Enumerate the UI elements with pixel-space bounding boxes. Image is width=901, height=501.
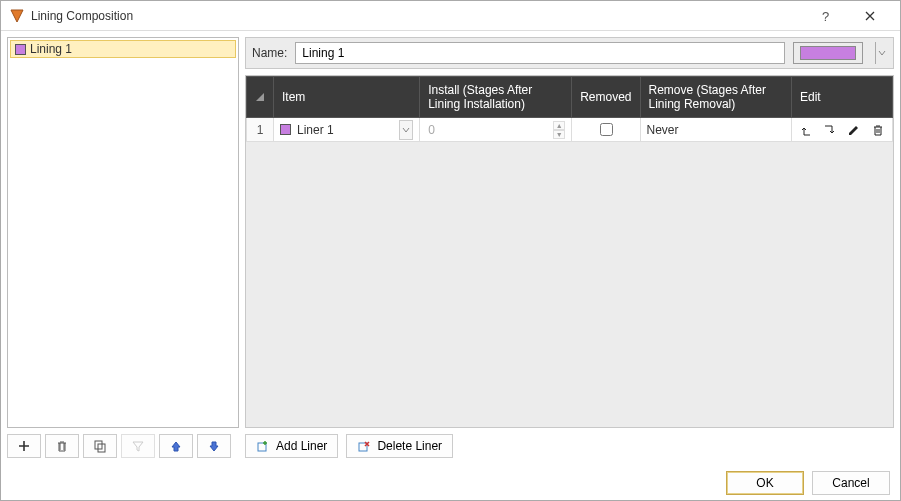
sidebar-toolbar	[7, 434, 239, 458]
cell-remove[interactable]: Never	[640, 118, 791, 142]
svg-text:?: ?	[822, 9, 829, 23]
spin-down-icon[interactable]: ▼	[553, 130, 565, 139]
grid-empty-area	[246, 142, 893, 427]
install-value-input[interactable]	[426, 120, 553, 140]
name-row: Name:	[245, 37, 894, 69]
help-button[interactable]: ?	[804, 1, 848, 31]
add-lining-button[interactable]	[7, 434, 41, 458]
delete-liner-button[interactable]: Delete Liner	[346, 434, 453, 458]
color-chip	[800, 46, 856, 60]
window-title: Lining Composition	[31, 9, 133, 23]
plus-icon	[17, 439, 31, 453]
liner-row[interactable]: 1 Liner 1	[247, 118, 893, 142]
lining-list-item[interactable]: Lining 1	[10, 40, 236, 58]
add-liner-icon	[256, 439, 270, 453]
chevron-down-icon	[402, 126, 410, 134]
install-spinner[interactable]: ▲ ▼	[553, 121, 565, 139]
pencil-icon	[847, 123, 861, 137]
grid-corner[interactable]	[247, 77, 274, 118]
insert-above-icon	[799, 123, 813, 137]
trash-icon	[871, 123, 885, 137]
liner-dropdown[interactable]	[399, 120, 413, 140]
liner-grid: Item Install (Stages After Lining Instal…	[246, 76, 893, 142]
remove-value-label: Never	[647, 123, 679, 137]
ok-button[interactable]: OK	[726, 471, 804, 495]
add-liner-label: Add Liner	[276, 439, 327, 453]
cancel-button-label: Cancel	[832, 476, 869, 490]
color-picker-dropdown[interactable]	[875, 42, 887, 64]
dialog-body: Lining 1	[1, 31, 900, 464]
cell-item[interactable]: Liner 1	[274, 118, 420, 142]
dialog-window: Lining Composition ? Lining 1	[0, 0, 901, 501]
color-picker-button[interactable]	[793, 42, 863, 64]
cancel-button[interactable]: Cancel	[812, 471, 890, 495]
sidebar: Lining 1	[7, 37, 239, 458]
add-liner-button[interactable]: Add Liner	[245, 434, 338, 458]
dialog-footer: OK Cancel	[1, 464, 900, 500]
close-button[interactable]	[848, 1, 892, 31]
app-icon	[9, 8, 25, 24]
col-install-header[interactable]: Install (Stages After Lining Installatio…	[420, 77, 572, 118]
col-item-header[interactable]: Item	[274, 77, 420, 118]
delete-row-button[interactable]	[870, 123, 886, 137]
name-input[interactable]	[295, 42, 785, 64]
insert-above-button[interactable]	[798, 123, 814, 137]
filter-button[interactable]	[121, 434, 155, 458]
spin-up-icon[interactable]: ▲	[553, 121, 565, 130]
name-label: Name:	[252, 46, 287, 60]
col-removed-header[interactable]: Removed	[572, 77, 640, 118]
arrow-up-icon	[169, 439, 183, 453]
ok-button-label: OK	[756, 476, 773, 490]
cell-edit	[792, 118, 893, 142]
liner-grid-container: Item Install (Stages After Lining Instal…	[245, 75, 894, 428]
delete-liner-label: Delete Liner	[377, 439, 442, 453]
cell-install[interactable]: ▲ ▼	[420, 118, 572, 142]
insert-below-icon	[823, 123, 837, 137]
chevron-down-icon	[878, 49, 886, 57]
lining-list[interactable]: Lining 1	[7, 37, 239, 428]
filter-icon	[131, 439, 145, 453]
cell-removed[interactable]	[572, 118, 640, 142]
removed-checkbox[interactable]	[600, 123, 613, 136]
liner-name-label: Liner 1	[297, 123, 334, 137]
row-index[interactable]: 1	[247, 118, 274, 142]
main-panel: Name: Item	[245, 37, 894, 458]
col-remove-header[interactable]: Remove (Stages After Lining Removal)	[640, 77, 791, 118]
liner-swatch	[280, 124, 291, 135]
edit-liner-button[interactable]	[846, 123, 862, 137]
delete-lining-button[interactable]	[45, 434, 79, 458]
lining-swatch	[15, 44, 26, 55]
move-up-button[interactable]	[159, 434, 193, 458]
insert-below-button[interactable]	[822, 123, 838, 137]
select-all-icon	[255, 92, 265, 102]
trash-icon	[55, 439, 69, 453]
lining-list-item-label: Lining 1	[30, 42, 72, 56]
liner-buttons-row: Add Liner Delete Liner	[245, 428, 894, 458]
duplicate-lining-button[interactable]	[83, 434, 117, 458]
titlebar: Lining Composition ?	[1, 1, 900, 31]
copy-icon	[93, 439, 107, 453]
move-down-button[interactable]	[197, 434, 231, 458]
delete-liner-icon	[357, 439, 371, 453]
col-edit-header[interactable]: Edit	[792, 77, 893, 118]
arrow-down-icon	[207, 439, 221, 453]
